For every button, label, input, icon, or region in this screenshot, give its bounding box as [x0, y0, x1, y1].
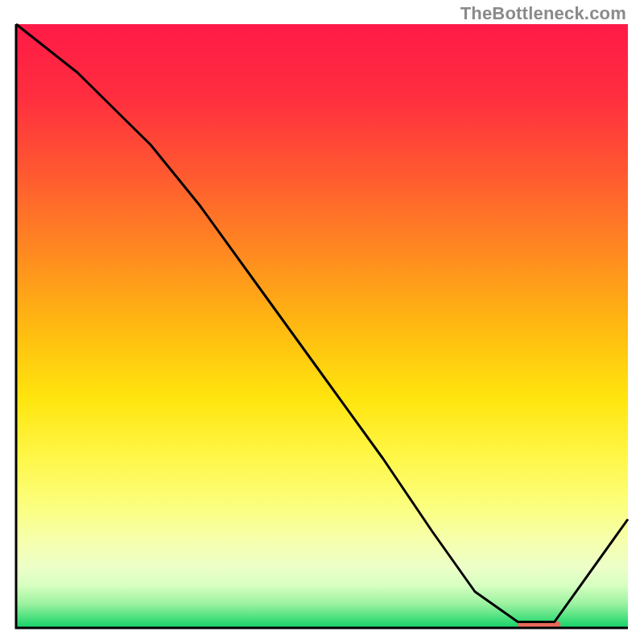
- watermark-text: TheBottleneck.com: [460, 3, 626, 24]
- bottleneck-chart: [0, 0, 644, 644]
- plot-background: [16, 24, 628, 628]
